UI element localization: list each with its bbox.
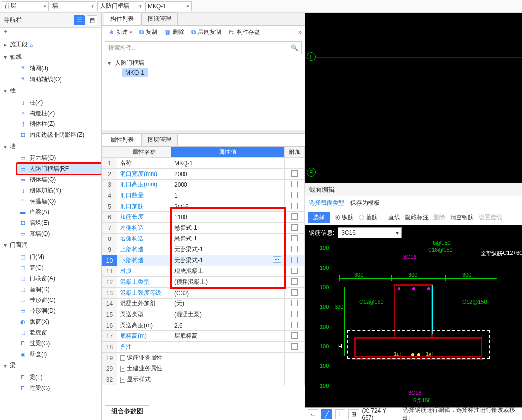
- checkbox[interactable]: [291, 322, 298, 328]
- nav-group[interactable]: ▾墙: [0, 140, 101, 152]
- property-row[interactable]: 4洞口数量1: [102, 190, 305, 201]
- toolbar-more[interactable]: »: [298, 29, 302, 36]
- snap-grid[interactable]: ⊞: [348, 409, 359, 419]
- nav-item[interactable]: ◐飘窗(X): [17, 316, 101, 327]
- checkbox[interactable]: [291, 332, 298, 339]
- nav-item[interactable]: ✧构造柱(Z): [17, 108, 101, 119]
- view-grid-button[interactable]: ▤: [87, 15, 97, 25]
- checkbox[interactable]: [291, 257, 298, 263]
- property-row[interactable]: 2洞口宽度(mm)2000: [102, 169, 305, 180]
- property-row[interactable]: 16泵送高度(m)2.6: [102, 320, 305, 331]
- toolbar-新建[interactable]: 🗎新建 ▾: [105, 27, 135, 37]
- radio-longitudinal[interactable]: 纵筋: [335, 213, 354, 222]
- toolbar-删除[interactable]: 🗑删除: [161, 27, 187, 37]
- component-search[interactable]: 搜索构件... 🔍: [105, 41, 302, 54]
- tool-hide-annot[interactable]: 隐藏标注: [405, 213, 429, 222]
- mode-select[interactable]: 选择: [308, 212, 330, 223]
- checkbox[interactable]: [291, 311, 298, 317]
- nav-item[interactable]: ▭带形洞(D): [17, 305, 101, 316]
- property-row[interactable]: 17底标高(m)层底标高: [102, 331, 305, 342]
- nav-group[interactable]: ▾梁: [0, 360, 101, 372]
- nav-item[interactable]: Π梁(L): [17, 372, 101, 383]
- nav-item[interactable]: ▢老虎窗: [17, 327, 101, 338]
- property-row[interactable]: 18备注: [102, 342, 305, 353]
- tab-drawing-mgmt[interactable]: 图纸管理: [141, 12, 178, 25]
- nav-item[interactable]: ▬暗梁(A): [17, 207, 101, 217]
- save-as-template[interactable]: 保存为模板: [350, 199, 380, 207]
- tab-property-list[interactable]: 属性列表: [104, 133, 140, 146]
- tab-layer-mgmt[interactable]: 图层管理: [141, 133, 178, 146]
- snap-ortho[interactable]: ╱: [321, 409, 332, 419]
- nav-item[interactable]: ⊟墙垛(E): [17, 217, 101, 228]
- tree-item-selected[interactable]: MKQ-1: [122, 68, 148, 77]
- nav-item[interactable]: ⊞约束边缘非阴影区(Z): [17, 129, 101, 140]
- checkbox[interactable]: [291, 246, 298, 252]
- section-canvas[interactable]: 100 100 100 100 100 100 100 100 300 300 …: [305, 240, 522, 407]
- checkbox[interactable]: [291, 235, 298, 241]
- checkbox[interactable]: [291, 278, 298, 285]
- nav-group[interactable]: ▸施工段 ⌂: [0, 38, 101, 51]
- property-row[interactable]: 7左侧构造悬臂式-1: [102, 223, 305, 234]
- rebar-info-dropdown[interactable]: 3C16▾: [338, 227, 402, 238]
- ellipsis-button[interactable]: ⋯: [273, 256, 281, 263]
- category-dropdown[interactable]: 墙▾: [50, 1, 96, 11]
- property-row[interactable]: 3洞口高度(mm)2000: [102, 180, 305, 190]
- property-row[interactable]: 32+显示样式: [102, 374, 305, 385]
- nav-item[interactable]: Π过梁(G): [17, 338, 101, 349]
- property-row[interactable]: 29+土建业务属性: [102, 363, 305, 374]
- toolbar-层间复制[interactable]: ⧉层间复制: [188, 27, 224, 37]
- navigator-add[interactable]: +: [0, 28, 101, 38]
- checkbox[interactable]: [291, 213, 298, 220]
- property-row[interactable]: 11材质现浇混凝土: [102, 266, 305, 277]
- property-row[interactable]: 5洞口加筋2Φ16: [102, 201, 305, 212]
- tool-delete[interactable]: 删除: [433, 213, 445, 222]
- toolbar-复制[interactable]: ⧉复制: [136, 27, 160, 37]
- nav-item[interactable]: ▯砌体柱(Z): [17, 119, 101, 129]
- property-row[interactable]: 8右侧构造悬臂式-1: [102, 234, 305, 244]
- floor-dropdown[interactable]: 首层▾: [2, 1, 49, 11]
- nav-group[interactable]: ▾柱: [0, 85, 101, 97]
- tool-line[interactable]: 直线: [388, 213, 400, 222]
- nav-item[interactable]: ◫门联窗(A): [17, 273, 101, 284]
- checkbox[interactable]: [291, 289, 298, 296]
- tool-clear-rebar[interactable]: 清空钢筋: [450, 213, 474, 222]
- tool-set-dash[interactable]: 设置虚线: [479, 213, 502, 222]
- view-list-button[interactable]: ☰: [74, 15, 85, 25]
- checkbox[interactable]: [291, 300, 298, 306]
- toolbar-构件存盘[interactable]: 🖫构件存盘: [225, 27, 263, 37]
- snap-endpoint[interactable]: ⌙: [308, 409, 318, 419]
- nav-item[interactable]: ▭剪力墙(Q): [17, 152, 101, 163]
- instance-dropdown[interactable]: MKQ-1▾: [145, 1, 192, 11]
- checkbox[interactable]: [291, 170, 298, 177]
- nav-item[interactable]: ▢窗(C): [17, 262, 101, 273]
- nav-group[interactable]: ▾轴线: [0, 51, 101, 63]
- checkbox[interactable]: [291, 181, 298, 187]
- nav-item[interactable]: ▯砌体加筋(Y): [17, 185, 101, 196]
- nav-item[interactable]: ▢墙洞(D): [17, 284, 101, 295]
- nav-item[interactable]: Π连梁(G): [17, 383, 101, 393]
- property-row[interactable]: 13混凝土强度等级(C30): [102, 288, 305, 299]
- nav-group[interactable]: ▾门窗洞: [0, 239, 101, 251]
- combo-param-button[interactable]: 组合参数图: [105, 405, 149, 417]
- nav-item[interactable]: ▭人防门框墙(RF: [17, 163, 101, 174]
- nav-item[interactable]: ◫门(M): [17, 251, 101, 262]
- nav-item[interactable]: ▯柱(Z): [17, 97, 101, 108]
- checkbox[interactable]: [291, 268, 298, 274]
- tab-component-list[interactable]: 构件列表: [104, 12, 140, 25]
- snap-perp[interactable]: ⊥: [335, 409, 345, 419]
- plan-canvas[interactable]: F E: [305, 13, 522, 183]
- checkbox[interactable]: [291, 343, 298, 350]
- nav-item[interactable]: #辅助轴线(O): [17, 74, 101, 85]
- nav-item[interactable]: #轴网(J): [17, 63, 101, 74]
- property-row[interactable]: 19+钢筋业务属性: [102, 353, 305, 363]
- property-row[interactable]: 1名称MKQ-1: [102, 158, 305, 169]
- property-row[interactable]: 12混凝土类型(预拌混凝土): [102, 277, 305, 288]
- nav-item[interactable]: ⦙保温墙(Q): [17, 196, 101, 207]
- checkbox[interactable]: [291, 224, 298, 231]
- nav-item[interactable]: ▭带形窗(C): [17, 295, 101, 305]
- property-row[interactable]: 9上部构造无卧梁式-1: [102, 244, 305, 255]
- property-row[interactable]: 10下部构造无卧梁式-1⋯: [102, 255, 305, 266]
- checkbox[interactable]: [291, 203, 298, 209]
- tree-root[interactable]: ▾人防门框墙: [107, 58, 300, 68]
- property-row[interactable]: 15泵送类型(混凝土泵): [102, 309, 305, 320]
